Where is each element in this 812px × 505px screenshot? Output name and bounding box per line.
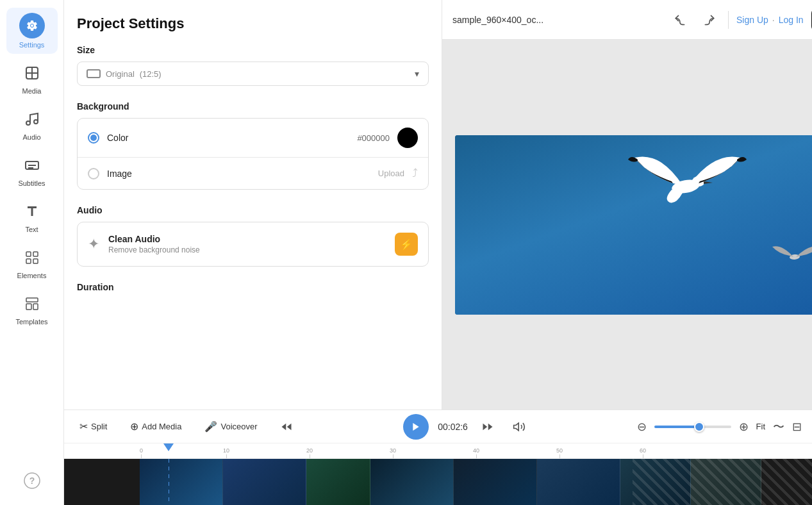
sidebar-item-help[interactable]: ?: [6, 464, 58, 497]
svg-point-0: [30, 24, 33, 27]
sidebar-item-templates[interactable]: Templates: [6, 287, 58, 331]
svg-rect-14: [26, 304, 31, 310]
sidebar-item-subtitles[interactable]: Subtitles: [6, 149, 58, 192]
thumb-3[interactable]: [306, 459, 370, 505]
size-section-label: Size: [77, 45, 429, 55]
chevron-down-icon: ▾: [415, 69, 419, 79]
video-background: [455, 135, 812, 315]
undo-button[interactable]: [669, 9, 691, 31]
image-option-label: Image: [107, 169, 370, 179]
sidebar-item-elements[interactable]: Elements: [6, 241, 58, 285]
lightning-button[interactable]: ⚡: [395, 233, 418, 256]
size-aspect-icon: [87, 69, 101, 78]
preview-canvas: [442, 40, 812, 410]
log-in-link[interactable]: Log In: [779, 15, 804, 25]
sidebar: Settings Media Audio: [0, 0, 64, 505]
background-section: Background Color #000000 ↕: [77, 101, 429, 190]
timeline-toolbar: ✂ Split ⊕ Add Media 🎤 Voiceover: [64, 410, 812, 443]
color-hex-value: #000000: [357, 133, 390, 143]
volume-icon: [513, 420, 526, 433]
svg-marker-24: [413, 423, 419, 431]
subtitles-icon: [21, 154, 44, 177]
audio-section-label: Audio: [77, 205, 429, 215]
sidebar-item-text-label: Text: [25, 226, 38, 233]
background-image-option[interactable]: Image Upload ⤴: [78, 157, 428, 189]
svg-rect-12: [33, 259, 38, 263]
more-options-button[interactable]: ⊟: [792, 420, 802, 434]
filename-label: sample_960×400_oc...: [452, 15, 661, 25]
color-radio[interactable]: [88, 132, 99, 144]
svg-point-4: [26, 121, 30, 125]
audio-icon: [21, 108, 44, 131]
size-dropdown[interactable]: Original (12:5) ▾: [77, 62, 429, 86]
color-option-label: Color: [107, 133, 349, 143]
timeline-ruler: 0 10 20 30 4: [64, 443, 812, 459]
thumb-5[interactable]: [454, 459, 537, 505]
ruler-mark-30: 30: [390, 447, 396, 458]
ruler-mark-60: 60: [640, 447, 646, 458]
sidebar-item-settings-label: Settings: [19, 41, 45, 49]
auth-links: Sign Up · Log In: [736, 15, 804, 25]
sign-up-link[interactable]: Sign Up: [736, 15, 768, 25]
thumb-6[interactable]: [537, 459, 620, 505]
split-button[interactable]: ✂ Split: [74, 418, 112, 435]
upload-icon: ⤴: [412, 167, 418, 180]
help-icon: ?: [21, 469, 44, 492]
zoom-out-button[interactable]: ⊖: [637, 420, 647, 434]
audio-section: Audio ✦ Clean Audio Remove background no…: [77, 205, 429, 267]
rewind-button[interactable]: [276, 418, 297, 435]
timeline-track: [64, 459, 812, 505]
timeline-center-controls: 00:02:6: [310, 414, 624, 440]
waveform-icon: 〜: [773, 419, 784, 435]
ruler-mark-20: 20: [306, 447, 313, 458]
background-section-label: Background: [77, 101, 429, 112]
image-radio[interactable]: [88, 168, 99, 179]
page-title: Project Settings: [77, 15, 429, 32]
sidebar-item-settings[interactable]: Settings: [6, 8, 58, 54]
video-content: [455, 135, 812, 315]
zoom-slider-container: [654, 426, 731, 428]
svg-marker-25: [514, 423, 519, 431]
svg-point-5: [34, 120, 38, 124]
svg-rect-10: [33, 252, 38, 256]
sidebar-item-media[interactable]: Media: [6, 56, 58, 100]
text-icon: [21, 200, 44, 223]
thumb-4[interactable]: [370, 459, 454, 505]
redo-button[interactable]: [699, 9, 720, 31]
elements-icon: [21, 246, 44, 269]
volume-button[interactable]: [508, 418, 531, 436]
color-swatch[interactable]: ↕: [397, 128, 418, 148]
clean-audio-title: Clean Audio: [108, 234, 386, 244]
background-card: Color #000000 ↕ Image Upload ⤴: [77, 118, 429, 190]
zoom-slider[interactable]: [654, 426, 731, 428]
clean-audio-card[interactable]: ✦ Clean Audio Remove background noise ⚡: [77, 222, 429, 267]
playhead-marker[interactable]: [163, 443, 174, 451]
add-media-button[interactable]: ⊕ Add Media: [125, 418, 186, 435]
playhead-track-line: [169, 459, 169, 505]
sidebar-item-media-label: Media: [22, 87, 42, 95]
ruler-mark-0: 0: [140, 447, 143, 458]
sidebar-item-text[interactable]: Text: [6, 195, 58, 238]
timecode-display: 00:02:6: [438, 422, 468, 432]
timeline: ✂ Split ⊕ Add Media 🎤 Voiceover: [64, 410, 812, 505]
hatch-overlay: [633, 459, 812, 505]
fast-forward-button[interactable]: [477, 418, 499, 435]
zoom-in-button[interactable]: ⊕: [739, 420, 749, 434]
fast-forward-icon: [482, 421, 493, 433]
svg-rect-13: [26, 298, 38, 302]
split-icon: ✂: [79, 420, 88, 433]
thumb-2[interactable]: [223, 459, 306, 505]
background-color-option[interactable]: Color #000000 ↕: [78, 119, 428, 157]
fit-button[interactable]: Fit: [756, 422, 765, 431]
play-button[interactable]: [403, 414, 429, 440]
add-media-icon: ⊕: [130, 420, 138, 433]
voiceover-button[interactable]: 🎤 Voiceover: [199, 418, 262, 435]
sidebar-item-subtitles-label: Subtitles: [18, 179, 45, 187]
sidebar-item-audio[interactable]: Audio: [6, 103, 58, 146]
color-swatch-icon: ↕: [406, 133, 410, 142]
ruler-mark-10: 10: [223, 447, 229, 458]
sidebar-item-templates-label: Templates: [15, 318, 47, 326]
thumb-1[interactable]: [140, 459, 223, 505]
svg-rect-11: [26, 259, 31, 263]
topbar-divider: [728, 11, 729, 29]
